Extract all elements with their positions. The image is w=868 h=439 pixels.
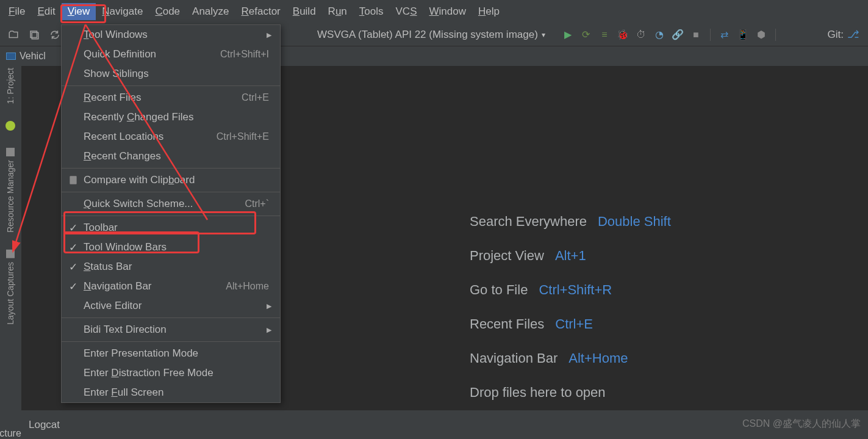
save-all-icon[interactable] <box>26 26 43 43</box>
submenu-arrow-icon: ▶ <box>267 302 271 310</box>
menu-item-label: Compare with Clipboard <box>84 174 269 186</box>
menu-run[interactable]: Run <box>322 3 353 20</box>
menu-help[interactable]: Help <box>472 3 506 20</box>
menu-refactor[interactable]: Refactor <box>235 3 287 20</box>
submenu-arrow-icon: ▶ <box>267 326 271 334</box>
capture-icon <box>6 250 15 258</box>
menu-item-navigation-bar[interactable]: ✓Navigation BarAlt+Home <box>62 277 280 296</box>
menu-item-label: Enter Full Screen <box>84 386 269 399</box>
sidebar-item-resource-manager[interactable]: Resource Manager <box>5 148 15 233</box>
apply-changes-icon[interactable]: ⟳ <box>578 26 594 43</box>
welcome-shortcut: Alt+1 <box>555 248 586 264</box>
welcome-row: Navigation BarAlt+Home <box>470 350 671 366</box>
attach-icon[interactable]: 🔗 <box>670 26 686 43</box>
menu-item-recent-files[interactable]: Recent FilesCtrl+E <box>62 88 280 107</box>
submenu-arrow-icon: ▶ <box>267 31 271 39</box>
welcome-row: Drop files here to open <box>470 385 671 401</box>
menu-item-enter-distraction-free-mode[interactable]: Enter Distraction Free Mode <box>62 363 280 383</box>
menu-item-enter-presentation-mode[interactable]: Enter Presentation Mode <box>62 344 280 363</box>
apply-code-icon[interactable]: ≡ <box>597 26 612 43</box>
menu-item-bidi-text-direction[interactable]: Bidi Text Direction▶ <box>62 320 280 339</box>
left-sidebar: 1: Project Resource Manager Layout Captu… <box>0 66 21 410</box>
sidebar-item-structure[interactable]: cture <box>0 428 21 439</box>
welcome-text: Project View <box>470 248 544 264</box>
menu-item-tool-windows[interactable]: Tool Windows▶ <box>62 25 280 45</box>
check-icon: ✓ <box>69 222 77 234</box>
menu-item-status-bar[interactable]: ✓Status Bar <box>62 257 280 277</box>
menu-item-active-editor[interactable]: Active Editor▶ <box>62 296 280 316</box>
chevron-down-icon: ▾ <box>542 31 545 39</box>
menu-item-label: Show Siblings <box>84 68 269 80</box>
debug-icon[interactable]: 🐞 <box>615 26 631 43</box>
device-selector[interactable]: WSVGA (Tablet) API 22 (Missing system im… <box>311 26 551 43</box>
menu-analyze[interactable]: Analyze <box>186 3 235 20</box>
git-label[interactable]: Git: ⎇ <box>824 28 863 41</box>
toolbar-right: ▶ ⟳ ≡ 🐞 ⏱ ◔ 🔗 ■ ⇄ 📱 ⬢ <box>560 26 780 43</box>
menu-item-enter-full-screen[interactable]: Enter Full Screen <box>62 383 280 402</box>
profile-icon[interactable]: ⏱ <box>633 26 649 43</box>
welcome-text: Go to File <box>470 282 528 298</box>
menubar: FileEditViewNavigateCodeAnalyzeRefactorB… <box>0 0 868 23</box>
run-icon[interactable]: ▶ <box>560 26 576 43</box>
bottombar-logcat[interactable]: Logcat <box>29 419 60 431</box>
menu-window[interactable]: Window <box>423 3 472 20</box>
menu-navigate[interactable]: Navigate <box>96 3 149 20</box>
coverage-icon[interactable]: ◔ <box>651 26 667 43</box>
menu-item-recent-changes[interactable]: Recent Changes <box>62 147 280 166</box>
welcome-text: Navigation Bar <box>470 350 558 366</box>
welcome-shortcut: Alt+Home <box>569 350 628 366</box>
menu-item-quick-switch-scheme[interactable]: Quick Switch Scheme...Ctrl+` <box>62 194 280 214</box>
watermark: CSDN @盛气凌人的仙人掌 <box>742 418 861 430</box>
sdk-icon[interactable]: ⬢ <box>753 26 769 43</box>
file-icon <box>6 53 16 60</box>
menu-item-label: Quick Switch Scheme... <box>84 198 245 210</box>
welcome-row: Project ViewAlt+1 <box>470 248 671 264</box>
menu-item-quick-definition[interactable]: Quick DefinitionCtrl+Shift+I <box>62 45 280 64</box>
menu-item-compare-with-clipboard[interactable]: Compare with Clipboard <box>62 170 280 190</box>
open-icon[interactable] <box>5 26 22 43</box>
menu-file[interactable]: File <box>2 3 31 20</box>
sidebar-item-layout-captures[interactable]: Layout Captures <box>5 250 15 325</box>
menu-build[interactable]: Build <box>287 3 322 20</box>
welcome-row: Recent FilesCtrl+E <box>470 316 671 332</box>
shortcut-label: Ctrl+` <box>245 198 269 209</box>
sync-icon[interactable]: ⇄ <box>717 26 733 43</box>
tab-vehicle[interactable]: Vehicl <box>6 51 46 62</box>
stop-icon[interactable]: ■ <box>688 26 704 43</box>
clipboard-icon <box>68 175 79 186</box>
menu-item-recent-locations[interactable]: Recent LocationsCtrl+Shift+E <box>62 127 280 147</box>
menu-item-label: Tool Window Bars <box>84 241 269 253</box>
bottombar: Logcat <box>21 410 868 439</box>
menu-item-label: Recent Changes <box>84 150 269 162</box>
menu-edit[interactable]: Edit <box>31 3 61 20</box>
separator <box>62 317 280 318</box>
check-icon: ✓ <box>69 261 77 274</box>
menu-item-show-siblings[interactable]: Show Siblings <box>62 64 280 84</box>
welcome-shortcut: Double Shift <box>598 214 671 230</box>
sidebar-item-project[interactable]: 1: Project <box>5 68 15 104</box>
avd-icon[interactable]: 📱 <box>735 26 751 43</box>
separator <box>62 168 280 169</box>
menu-tools[interactable]: Tools <box>353 3 390 20</box>
menu-item-tool-window-bars[interactable]: ✓Tool Window Bars <box>62 238 280 257</box>
welcome-shortcut: Ctrl+Shift+R <box>539 282 612 298</box>
shortcut-label: Ctrl+Shift+I <box>220 49 269 60</box>
menu-item-toolbar[interactable]: ✓Toolbar <box>62 218 280 238</box>
menu-item-recently-changed-files[interactable]: Recently Changed Files <box>62 107 280 127</box>
welcome-panel: Search EverywhereDouble ShiftProject Vie… <box>470 214 671 401</box>
left-sidebar-bottom: cture <box>0 428 21 439</box>
menu-code[interactable]: Code <box>149 3 186 20</box>
shortcut-label: Ctrl+E <box>242 92 269 103</box>
separator <box>62 341 280 342</box>
check-icon: ✓ <box>69 241 77 254</box>
menu-item-label: Enter Presentation Mode <box>84 347 269 360</box>
menu-vcs[interactable]: VCS <box>390 3 423 20</box>
menu-item-label: Active Editor <box>84 300 269 312</box>
android-icon[interactable] <box>5 121 15 131</box>
git-branch-icon: ⎇ <box>847 28 859 41</box>
menu-view[interactable]: View <box>62 3 96 20</box>
tab-label: Vehicl <box>20 51 46 62</box>
separator <box>62 192 280 192</box>
welcome-text: Search Everywhere <box>470 214 587 230</box>
menu-item-label: Recent Locations <box>84 131 217 143</box>
